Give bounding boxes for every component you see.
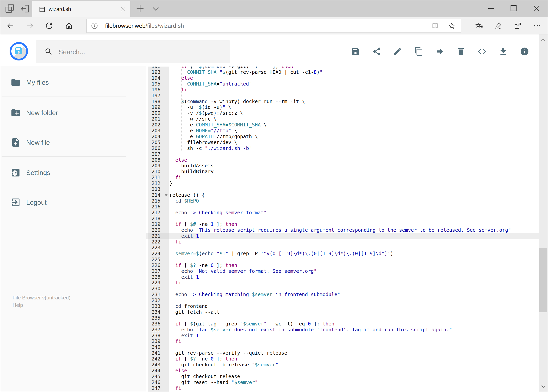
share-page-icon[interactable] (513, 21, 522, 30)
scroll-down-icon[interactable] (540, 383, 547, 390)
line-number[interactable]: 233 (148, 303, 169, 309)
code-line-237[interactable]: echo "Tag $semver does not exist in subm… (169, 327, 452, 333)
filebrowser-logo[interactable] (10, 42, 28, 61)
line-number[interactable]: 211 (148, 175, 169, 181)
code-line-233[interactable]: cd frontend (169, 303, 208, 309)
code-line-229[interactable]: fi (169, 280, 181, 286)
hub-favorites-icon[interactable] (475, 21, 484, 30)
line-number[interactable]: 193 (148, 69, 169, 75)
line-number[interactable]: 244 (148, 368, 169, 374)
code-line-202[interactable]: -e COMMIT_SHA=$COMMIT_SHA \ (169, 122, 267, 128)
line-number[interactable]: 196 (148, 87, 169, 93)
line-number[interactable]: 242 (148, 356, 169, 362)
code-line-214[interactable]: release () { (169, 192, 205, 198)
line-number[interactable]: 199 (148, 104, 169, 110)
code-line-236[interactable]: if [ $(git tag | grep "$semver" | wc -l)… (169, 321, 334, 327)
reading-view-icon[interactable] (431, 22, 439, 30)
share-button[interactable] (372, 47, 382, 56)
line-number[interactable]: 232 (148, 297, 169, 303)
line-number[interactable]: 204 (148, 134, 169, 140)
code-line-203[interactable]: -e HOME="//tmp" \ (169, 128, 237, 134)
line-number[interactable]: 246 (148, 379, 169, 385)
forward-icon[interactable] (26, 21, 34, 30)
line-number[interactable]: 226 (148, 262, 169, 268)
code-line-222[interactable]: fi (169, 239, 181, 245)
info-button[interactable] (520, 47, 529, 56)
move-button[interactable] (435, 47, 444, 56)
line-number[interactable]: 225 (148, 257, 169, 262)
line-number[interactable]: 213 (148, 186, 169, 192)
code-line-246[interactable]: git reset --hard "$semver" (169, 379, 258, 385)
code-line-238[interactable]: exit 1 (169, 333, 199, 339)
code-line-209[interactable]: buildAssets (169, 163, 214, 169)
code-line-221[interactable]: exit 1 (169, 233, 199, 239)
line-number[interactable]: 195 (148, 81, 169, 87)
search-box[interactable] (36, 40, 230, 63)
line-number[interactable]: 201 (148, 116, 169, 122)
tab-preview-icon[interactable] (4, 3, 15, 14)
raw-code-button[interactable] (477, 47, 487, 56)
line-number[interactable]: 215 (148, 198, 169, 204)
code-line-231[interactable]: echo "> Checking matching $semver in fro… (169, 292, 340, 297)
code-line-201[interactable]: -w //src \ (169, 116, 217, 122)
line-number[interactable]: 216 (148, 204, 169, 210)
code-line-211[interactable]: fi (169, 175, 181, 181)
search-input[interactable] (58, 40, 223, 63)
line-number[interactable]: 212 (148, 181, 169, 186)
code-line-194[interactable]: else (169, 75, 193, 81)
code-line-206[interactable]: sh -c "./wizard.sh -b" (169, 145, 252, 151)
line-number[interactable]: 220 (148, 227, 169, 233)
window-close-button[interactable] (530, 2, 543, 14)
line-number[interactable]: 237 (148, 327, 169, 333)
line-number[interactable]: 208 (148, 157, 169, 163)
set-tabs-aside-icon[interactable] (20, 3, 30, 14)
code-line-234[interactable]: git fetch --all (169, 309, 220, 315)
line-number[interactable]: 222 (148, 239, 169, 245)
line-number[interactable]: 210 (148, 169, 169, 175)
code-line-204[interactable]: -e GOPATH=//tmp/gopath \ (169, 134, 258, 140)
line-number[interactable]: 200 (148, 110, 169, 116)
line-number[interactable]: 231 (148, 292, 169, 297)
code-line-217[interactable]: echo "> Checking semver format" (169, 210, 267, 216)
code-line-200[interactable]: -v /$(pwd):/src:z \ (169, 110, 243, 116)
sidebar-item-new-folder[interactable]: New folder (0, 103, 139, 123)
line-number[interactable]: 209 (148, 163, 169, 169)
url-bar[interactable]: filebrowser.web/files/wizard.sh (86, 19, 461, 33)
line-number[interactable]: 218 (148, 216, 169, 222)
line-number[interactable]: 203 (148, 128, 169, 134)
sidebar-item-new-file[interactable]: New file (0, 132, 139, 153)
line-number[interactable]: 230 (148, 286, 169, 292)
code-line-226[interactable]: if [ $? -ne 0 ]; then (169, 262, 237, 268)
line-number[interactable]: 214 (148, 192, 169, 198)
line-number[interactable]: 227 (148, 268, 169, 274)
code-line-239[interactable]: fi (169, 338, 181, 344)
sidebar-item-my-files[interactable]: My files (0, 72, 139, 93)
code-line-195[interactable]: COMMIT_SHA="untracked" (169, 81, 252, 87)
tab-close-icon[interactable] (120, 6, 126, 13)
code-line-210[interactable]: buildBinary (169, 169, 214, 175)
code-line-196[interactable]: fi (169, 87, 187, 93)
ink-annotate-icon[interactable] (494, 21, 503, 30)
code-line-205[interactable]: filebrowser/dev \ (169, 140, 237, 145)
maximize-button[interactable] (507, 2, 520, 14)
code-line-192[interactable]: if [ "$(command -v git)" != "" ]; then (169, 67, 293, 69)
code-line-244[interactable]: else (169, 368, 187, 374)
code-line-243[interactable]: git checkout -b release "$semver" (169, 362, 278, 368)
code-line-212[interactable]: } (169, 181, 172, 186)
line-number[interactable]: 202 (148, 122, 169, 128)
code-line-227[interactable]: echo "Not valid semver format. See semve… (169, 268, 317, 274)
line-number[interactable]: 243 (148, 362, 169, 368)
code-line-224[interactable]: semver=$(echo "$1" | grep -P '^v(0|[1-9]… (169, 251, 393, 257)
line-number[interactable]: 223 (148, 245, 169, 251)
code-line-199[interactable]: -u "$(id -u)" \ (169, 104, 231, 110)
line-number[interactable]: 239 (148, 338, 169, 344)
line-number[interactable]: 205 (148, 140, 169, 145)
line-number[interactable]: 217 (148, 210, 169, 216)
save-button[interactable] (351, 47, 360, 56)
rename-button[interactable] (393, 47, 402, 56)
tab-list-chevron-icon[interactable] (150, 3, 161, 14)
help-link[interactable]: Help (13, 302, 23, 308)
home-icon[interactable] (65, 21, 73, 30)
line-number[interactable]: 206 (148, 145, 169, 151)
line-number[interactable]: 247 (148, 385, 169, 391)
